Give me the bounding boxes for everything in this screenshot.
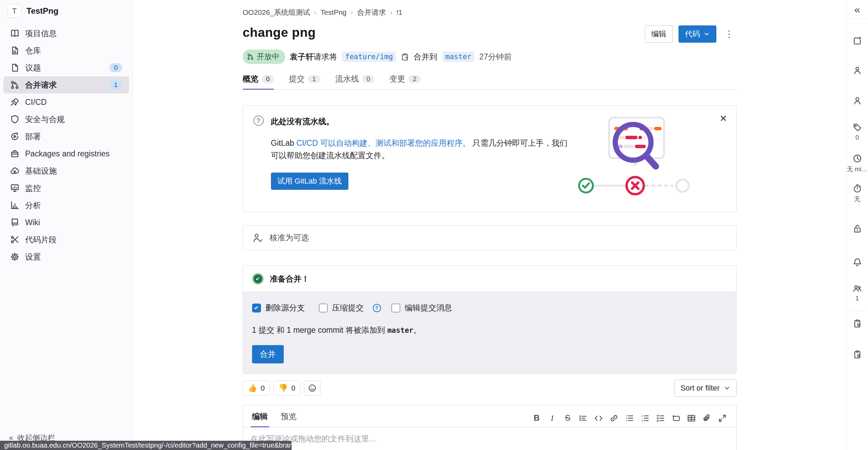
tab-overview[interactable]: 概览 0 bbox=[243, 74, 274, 90]
rail-notifications-button[interactable] bbox=[846, 258, 868, 267]
chevron-down-icon bbox=[724, 385, 730, 391]
question-circle-icon: ? bbox=[253, 116, 264, 126]
mr-author: 袁子轩 bbox=[290, 52, 314, 61]
rail-participants-button[interactable]: 1 bbox=[846, 284, 868, 302]
sort-or-filter-label: Sort or filter bbox=[681, 384, 720, 393]
sidebar-item-project-info[interactable]: 项目信息 bbox=[3, 25, 129, 42]
copy-branch-icon[interactable] bbox=[401, 53, 409, 61]
thumbs-up-button[interactable]: 👍 0 bbox=[243, 381, 270, 396]
sidebar-item-label: 仓库 bbox=[25, 45, 41, 56]
attach-file-icon[interactable] bbox=[701, 412, 713, 424]
tab-count-badge: 2 bbox=[409, 75, 421, 83]
source-branch-chip[interactable]: feature/img bbox=[342, 52, 396, 62]
sidebar-item-settings[interactable]: 设置 bbox=[3, 248, 129, 265]
project-name: TestPng bbox=[26, 6, 58, 16]
fullscreen-icon[interactable] bbox=[716, 412, 729, 424]
reactions-row: 👍 0 👎 0 Sort or filter bbox=[243, 380, 737, 397]
ready-to-merge-title: 准备合并！ bbox=[270, 274, 310, 284]
code-dropdown-button[interactable]: 代码 bbox=[679, 25, 716, 43]
tab-pipelines[interactable]: 流水线 0 bbox=[335, 74, 375, 90]
user-icon bbox=[853, 96, 862, 105]
editor-tab-preview[interactable]: 预览 bbox=[280, 405, 298, 427]
people-icon bbox=[853, 284, 862, 293]
squash-commits-checkbox[interactable] bbox=[319, 304, 328, 312]
edit-commit-message-option[interactable]: 编辑提交消息 bbox=[391, 303, 452, 313]
rail-lock-button[interactable] bbox=[846, 224, 868, 233]
smiley-icon bbox=[308, 384, 316, 392]
clipboard-icon bbox=[853, 350, 862, 359]
numbered-list-icon[interactable]: 12 bbox=[639, 412, 651, 424]
sidebar-item-snippets[interactable]: 代码片段 bbox=[3, 231, 129, 248]
thumbs-down-button[interactable]: 👎 0 bbox=[273, 381, 301, 396]
delete-source-branch-checkbox[interactable]: ✔ bbox=[252, 304, 261, 312]
project-scope-link[interactable]: T TestPng bbox=[0, 0, 132, 22]
project-avatar: T bbox=[8, 4, 21, 18]
rail-reviewer-button[interactable] bbox=[846, 96, 868, 105]
checkbox-label: 压缩提交 bbox=[332, 303, 364, 313]
sidebar-item-monitor[interactable]: 监控 bbox=[3, 179, 129, 197]
link-icon[interactable] bbox=[608, 412, 620, 424]
project-icon bbox=[10, 29, 19, 38]
sidebar-item-wiki[interactable]: Wiki bbox=[3, 214, 129, 231]
collapsible-section-icon[interactable] bbox=[670, 412, 682, 424]
left-sidebar: T TestPng 项目信息 仓库 议题 0 合并请求 1 CI/CD 安全与合… bbox=[0, 0, 133, 450]
add-reaction-button[interactable] bbox=[304, 381, 321, 396]
main-content: OO2026_系统组测试 › TestPng › 合并请求 › !1 chang… bbox=[133, 0, 846, 450]
collapse-right-rail-button[interactable]: « bbox=[846, 0, 868, 19]
kebab-menu-button[interactable]: ⋮ bbox=[722, 30, 737, 39]
tab-commits[interactable]: 提交 1 bbox=[289, 74, 320, 90]
sidebar-item-cicd[interactable]: CI/CD bbox=[3, 94, 129, 111]
comment-input[interactable]: 在此写评论或拖动您的文件到这里… bbox=[243, 427, 736, 450]
try-pipelines-button[interactable]: 试用 GitLab 流水线 bbox=[271, 173, 348, 190]
merge-button[interactable]: 合并 bbox=[252, 345, 284, 363]
rail-todo-button[interactable] bbox=[846, 36, 868, 45]
tab-changes[interactable]: 变更 2 bbox=[389, 74, 421, 90]
rail-copy-reference-button[interactable] bbox=[846, 319, 868, 328]
breadcrumb-project[interactable]: TestPng bbox=[321, 8, 347, 17]
squash-commits-option[interactable]: 压缩提交 bbox=[319, 303, 364, 313]
breadcrumb-group[interactable]: OO2026_系统组测试 bbox=[243, 8, 310, 17]
sidebar-item-security[interactable]: 安全与合规 bbox=[3, 111, 129, 128]
italic-icon[interactable]: I bbox=[546, 412, 558, 424]
breadcrumb-merge-requests[interactable]: 合并请求 bbox=[357, 8, 386, 17]
sidebar-item-merge-requests[interactable]: 合并请求 1 bbox=[3, 76, 129, 94]
sidebar-item-label: Wiki bbox=[25, 218, 40, 227]
strikethrough-icon[interactable]: S bbox=[562, 412, 574, 424]
rail-assignee-button[interactable] bbox=[846, 66, 868, 75]
rail-labels-button[interactable]: 0 bbox=[846, 123, 868, 141]
rail-milestone-button[interactable]: 无 mil… bbox=[846, 154, 868, 173]
svg-text:1: 1 bbox=[641, 414, 643, 417]
task-list-icon[interactable] bbox=[654, 412, 667, 424]
sidebar-item-deployments[interactable]: 部署 bbox=[3, 128, 129, 145]
sidebar-item-repository[interactable]: 仓库 bbox=[3, 42, 129, 59]
pipeline-notice-title: 此处没有流水线。 bbox=[271, 116, 334, 127]
edit-button[interactable]: 编辑 bbox=[645, 25, 673, 43]
bold-icon[interactable]: B bbox=[531, 412, 543, 424]
table-icon[interactable] bbox=[685, 412, 698, 424]
editor-tab-write[interactable]: 编辑 bbox=[251, 405, 269, 427]
sidebar-item-infrastructure[interactable]: 基础设施 bbox=[3, 162, 129, 179]
breadcrumb-mr-id[interactable]: !1 bbox=[396, 8, 402, 17]
monitor-icon bbox=[10, 184, 19, 193]
breadcrumb-separator: › bbox=[390, 9, 392, 16]
breadcrumb: OO2026_系统组测试 › TestPng › 合并请求 › !1 bbox=[243, 0, 737, 17]
mr-time-ago: 27分钟前 bbox=[479, 52, 512, 62]
code-icon[interactable] bbox=[593, 412, 605, 424]
close-icon[interactable]: ✕ bbox=[719, 114, 727, 123]
sort-or-filter-button[interactable]: Sort or filter bbox=[674, 380, 737, 397]
edit-commit-message-checkbox[interactable] bbox=[391, 304, 400, 312]
rail-copy-email-button[interactable] bbox=[846, 350, 868, 359]
target-branch-chip[interactable]: master bbox=[442, 52, 475, 62]
squash-help-icon[interactable]: ? bbox=[373, 304, 381, 312]
participants-count: 1 bbox=[855, 295, 859, 302]
quote-icon[interactable] bbox=[577, 412, 589, 424]
sidebar-item-analytics[interactable]: 分析 bbox=[3, 197, 129, 214]
delete-source-branch-option[interactable]: ✔ 删除源分支 bbox=[252, 303, 305, 313]
rail-time-tracking-button[interactable]: 无 bbox=[846, 184, 868, 203]
sidebar-item-packages[interactable]: Packages and registries bbox=[3, 145, 129, 162]
bulleted-list-icon[interactable] bbox=[623, 412, 636, 424]
sidebar-item-issues[interactable]: 议题 0 bbox=[3, 59, 129, 76]
labels-count: 0 bbox=[855, 134, 859, 141]
mr-state-label: 开放中 bbox=[257, 52, 280, 62]
cicd-link[interactable]: CI/CD 可以自动构建、测试和部署您的应用程序。 bbox=[296, 139, 470, 147]
